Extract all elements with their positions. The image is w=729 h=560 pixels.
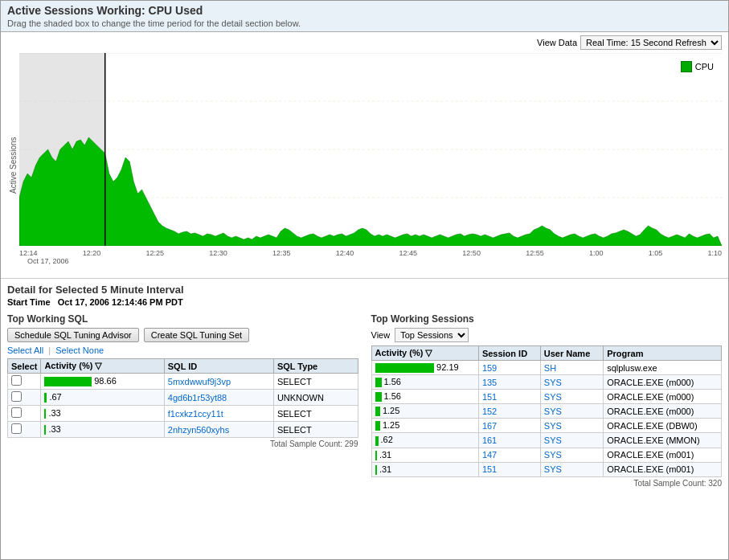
sql-id-link[interactable]: 2nhzyn560xyhs: [168, 425, 229, 435]
sql-total-count: Total Sample Count: 299: [7, 439, 358, 448]
sess-col-session-id[interactable]: Session ID: [478, 346, 540, 361]
session-id-link[interactable]: 147: [482, 450, 497, 460]
sql-row-sqltype: SELECT: [273, 406, 358, 422]
user-name-link[interactable]: SYS: [544, 407, 562, 416]
chart-area: Active Sessions 2.0 1.5 1.0 0.5: [7, 53, 722, 278]
sess-row-activity: .31: [371, 448, 478, 462]
user-name-link[interactable]: SYS: [544, 392, 562, 402]
sess-row-program: ORACLE.EXE (DBW0): [604, 419, 722, 433]
sql-id-link[interactable]: f1cxkz1ccy11t: [168, 409, 223, 419]
session-id-link[interactable]: 152: [482, 407, 497, 416]
sess-row-session-id: 167: [478, 419, 540, 433]
x-label-7: 12:50: [462, 249, 481, 257]
sess-row-user-name: SYS: [540, 462, 603, 476]
session-id-link[interactable]: 151: [482, 464, 497, 474]
sessions-table-row: 1.56 151 SYS ORACLE.EXE (m000): [371, 390, 722, 404]
sql-row-checkbox[interactable]: [11, 407, 22, 418]
view-data-select[interactable]: Real Time: 15 Second Refresh: [580, 35, 722, 50]
sql-panel-buttons: Schedule SQL Tuning Advisor Create SQL T…: [7, 328, 358, 342]
x-axis-date: Oct 17, 2006: [19, 257, 722, 265]
sql-row-checkbox[interactable]: [11, 423, 22, 434]
sess-row-user-name: SH: [540, 361, 603, 375]
x-axis-labels: 12:14 12:20 12:25 12:30 12:35 12:40 12:4…: [19, 247, 722, 257]
sql-id-link[interactable]: 4gd6b1r53yt88: [168, 393, 227, 403]
start-time-value: Oct 17, 2006 12:14:46 PM PDT: [58, 297, 183, 307]
sql-id-link[interactable]: 5mxdwwuf9j3vp: [168, 377, 231, 386]
x-label-5: 12:40: [336, 249, 354, 257]
activity-bar: [44, 393, 47, 403]
session-id-link[interactable]: 151: [482, 392, 497, 402]
detail-start-time: Start Time Oct 17, 2006 12:14:46 PM PDT: [7, 297, 722, 307]
sessions-panel-title: Top Working Sessions: [371, 313, 723, 325]
sess-row-program: sqlplusw.exe: [604, 361, 722, 375]
activity-bar: [44, 409, 46, 419]
user-name-link[interactable]: SH: [544, 363, 556, 373]
sess-row-activity: 92.19: [371, 361, 478, 375]
x-label-8: 12:55: [526, 249, 544, 257]
sessions-table-row: .62 161 SYS ORACLE.EXE (MMON): [371, 433, 722, 448]
sessions-table: Activity (%) ▽ Session ID User Name Prog…: [371, 345, 723, 477]
sql-col-sqltype[interactable]: SQL Type: [273, 359, 358, 374]
x-label-1: 12:20: [83, 249, 101, 257]
user-name-link[interactable]: SYS: [544, 421, 562, 431]
sess-col-activity[interactable]: Activity (%) ▽: [371, 346, 478, 361]
create-sql-tuning-set-button[interactable]: Create SQL Tuning Set: [144, 328, 249, 342]
sql-col-activity[interactable]: Activity (%) ▽: [41, 359, 164, 374]
x-label-6: 12:45: [399, 249, 418, 257]
sql-col-sqlid[interactable]: SQL ID: [164, 359, 273, 374]
sql-row-sqlid: f1cxkz1ccy11t: [164, 406, 273, 422]
schedule-sql-tuning-button[interactable]: Schedule SQL Tuning Advisor: [7, 328, 139, 342]
view-data-label: View Data: [537, 38, 577, 47]
sess-row-activity: 1.25: [371, 419, 478, 433]
session-id-link[interactable]: 161: [482, 435, 497, 445]
sessions-table-row: 1.25 167 SYS ORACLE.EXE (DBW0): [371, 419, 722, 433]
session-id-link[interactable]: 159: [482, 363, 497, 373]
sql-row-sqltype: SELECT: [273, 422, 358, 438]
detail-panels: Top Working SQL Schedule SQL Tuning Advi…: [7, 313, 722, 488]
sess-row-program: ORACLE.EXE (MMON): [604, 433, 722, 448]
sess-row-session-id: 161: [478, 433, 540, 448]
x-label-9: 1:00: [589, 249, 604, 257]
select-all-link[interactable]: Select All: [7, 345, 43, 355]
sess-activity-bar: [375, 421, 380, 431]
sessions-view-select[interactable]: Top Sessions: [395, 328, 469, 342]
sql-table-row: .33 f1cxkz1ccy11t SELECT: [8, 406, 358, 422]
page-title: Active Sessions Working: CPU Used: [7, 4, 722, 17]
sess-col-program[interactable]: Program: [604, 346, 722, 361]
session-id-link[interactable]: 167: [482, 421, 497, 431]
sess-activity-bar: [375, 465, 377, 475]
sess-row-user-name: SYS: [540, 419, 603, 433]
x-label-3: 12:30: [209, 249, 227, 257]
sessions-total-count: Total Sample Count: 320: [371, 479, 723, 488]
sql-row-checkbox-cell: [8, 406, 41, 422]
user-name-link[interactable]: SYS: [544, 464, 562, 474]
sql-row-activity: .33: [41, 422, 164, 438]
sql-table-row: .33 2nhzyn560xyhs SELECT: [8, 422, 358, 438]
sessions-panel: Top Working Sessions View Top Sessions A…: [371, 313, 723, 488]
page-container: Active Sessions Working: CPU Used Drag t…: [0, 0, 729, 560]
user-name-link[interactable]: SYS: [544, 378, 562, 387]
activity-bar: [44, 425, 46, 435]
legend-cpu-box: [681, 61, 692, 72]
sql-row-sqlid: 5mxdwwuf9j3vp: [164, 374, 273, 390]
sess-row-program: ORACLE.EXE (m001): [604, 462, 722, 476]
sess-col-user-name[interactable]: User Name: [540, 346, 603, 361]
sql-row-sqlid: 4gd6b1r53yt88: [164, 390, 273, 406]
sess-row-program: ORACLE.EXE (m001): [604, 448, 722, 462]
sess-row-session-id: 151: [478, 390, 540, 404]
sql-row-checkbox[interactable]: [11, 375, 22, 386]
user-name-link[interactable]: SYS: [544, 435, 562, 445]
sess-row-activity: 1.56: [371, 390, 478, 404]
sql-row-checkbox[interactable]: [11, 391, 22, 402]
sess-row-session-id: 135: [478, 375, 540, 390]
select-links: Select All | Select None: [7, 345, 358, 355]
sess-activity-bar: [375, 392, 382, 402]
sess-row-user-name: SYS: [540, 448, 603, 462]
select-none-link[interactable]: Select None: [55, 345, 104, 355]
sql-panel: Top Working SQL Schedule SQL Tuning Advi…: [7, 313, 358, 488]
start-time-label: Start Time: [7, 297, 51, 307]
sessions-table-header: Activity (%) ▽ Session ID User Name Prog…: [371, 346, 722, 361]
session-id-link[interactable]: 135: [482, 378, 497, 387]
user-name-link[interactable]: SYS: [544, 450, 562, 460]
x-label-10: 1:05: [649, 249, 663, 257]
